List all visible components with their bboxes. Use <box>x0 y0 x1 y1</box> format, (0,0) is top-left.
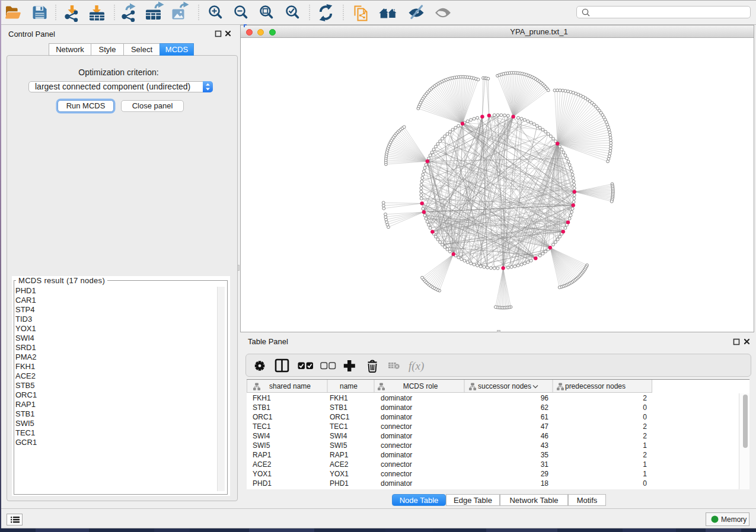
svg-text:f(x): f(x) <box>409 360 424 373</box>
svg-text:predecessor nodes: predecessor nodes <box>565 382 626 390</box>
svg-text:shared name: shared name <box>269 382 311 390</box>
svg-text:MCDS role: MCDS role <box>403 382 438 390</box>
svg-text:successor nodes: successor nodes <box>478 382 531 390</box>
svg-text:name: name <box>340 382 358 390</box>
